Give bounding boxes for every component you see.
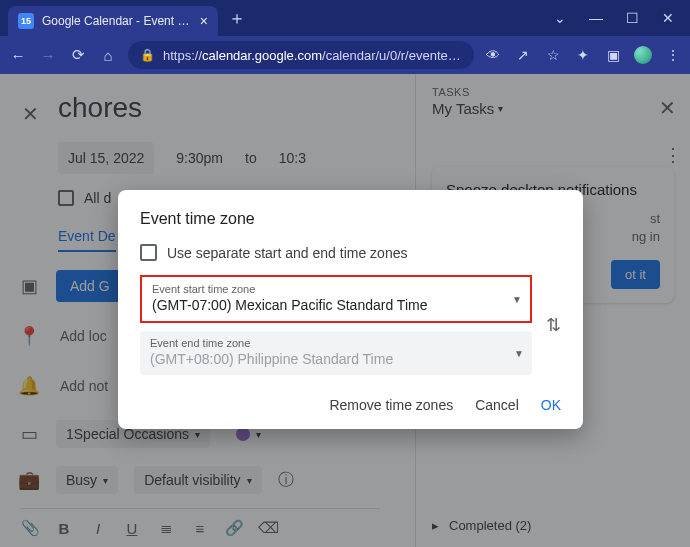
window-maximize-icon[interactable]: ☐ — [624, 10, 640, 26]
nav-home-icon[interactable]: ⌂ — [98, 47, 118, 64]
puzzle-icon[interactable]: ✦ — [574, 46, 592, 64]
swap-timezones-icon[interactable]: ⇅ — [546, 314, 561, 336]
tab-favicon: 15 — [18, 13, 34, 29]
start-timezone-label: Event start time zone — [152, 283, 520, 295]
window-icon[interactable]: ▣ — [604, 46, 622, 64]
separate-timezones-label: Use separate start and end time zones — [167, 245, 407, 261]
nav-reload-icon[interactable]: ⟳ — [68, 46, 88, 64]
window-close-icon[interactable]: ✕ — [660, 10, 676, 26]
remove-timezones-button[interactable]: Remove time zones — [329, 397, 453, 413]
window-chevron-icon[interactable]: ⌄ — [552, 10, 568, 26]
window-minimize-icon[interactable]: ― — [588, 10, 604, 26]
separate-timezones-checkbox[interactable] — [140, 244, 157, 261]
lock-icon: 🔒 — [140, 48, 155, 62]
url-field[interactable]: 🔒 https://calendar.google.com/calendar/u… — [128, 41, 474, 69]
profile-avatar[interactable] — [634, 46, 652, 64]
eye-icon[interactable]: 👁 — [484, 46, 502, 64]
browser-titlebar: 15 Google Calendar - Event details × ＋ ⌄… — [0, 0, 690, 36]
tab-title: Google Calendar - Event details — [42, 14, 192, 28]
star-icon[interactable]: ☆ — [544, 46, 562, 64]
end-timezone-value: (GMT+08:00) Philippine Standard Time — [150, 351, 522, 367]
cancel-button[interactable]: Cancel — [475, 397, 519, 413]
nav-forward-icon: → — [38, 47, 58, 64]
dialog-title: Event time zone — [140, 210, 561, 228]
browser-tab[interactable]: 15 Google Calendar - Event details × — [8, 6, 218, 36]
dropdown-icon: ▼ — [512, 294, 522, 305]
end-timezone-select[interactable]: Event end time zone (GMT+08:00) Philippi… — [140, 331, 532, 375]
start-timezone-select[interactable]: Event start time zone (GMT-07:00) Mexica… — [140, 275, 532, 323]
new-tab-button[interactable]: ＋ — [228, 6, 246, 30]
nav-back-icon[interactable]: ← — [8, 47, 28, 64]
share-icon[interactable]: ↗ — [514, 46, 532, 64]
tab-close-icon[interactable]: × — [200, 13, 208, 29]
timezone-dialog: Event time zone Use separate start and e… — [118, 190, 583, 429]
browser-addressbar: ← → ⟳ ⌂ 🔒 https://calendar.google.com/ca… — [0, 36, 690, 74]
end-timezone-label: Event end time zone — [150, 337, 522, 349]
dropdown-icon: ▼ — [514, 348, 524, 359]
start-timezone-value: (GMT-07:00) Mexican Pacific Standard Tim… — [152, 297, 520, 313]
menu-dots-icon[interactable]: ⋮ — [664, 46, 682, 64]
url-text: https://calendar.google.com/calendar/u/0… — [163, 48, 461, 63]
ok-button[interactable]: OK — [541, 397, 561, 413]
